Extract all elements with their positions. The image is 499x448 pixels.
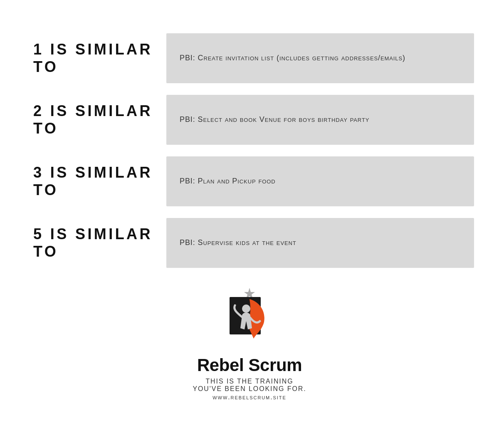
similar-label-1: IS SIMILAR TO — [33, 41, 153, 75]
similarity-row-3: 3 IS SIMILAR TO PBI: Plan and Pickup foo… — [25, 156, 474, 206]
card-text-5: PBI: Supervise kids at the event — [180, 238, 296, 248]
number-5: 5 — [33, 225, 44, 243]
number-2: 2 — [33, 102, 44, 119]
card-text-3: PBI: Plan and Pickup food — [180, 176, 276, 186]
main-container: 1 IS SIMILAR TO PBI: Create invitation l… — [0, 0, 499, 434]
tagline-line1: This is the training — [205, 378, 293, 385]
website: www.rebelscrum.site — [212, 394, 286, 401]
tagline: This is the training you've been looking… — [193, 378, 306, 393]
svg-point-2 — [242, 304, 250, 313]
similar-label-5: IS SIMILAR TO — [33, 225, 153, 260]
similarity-row-1: 1 IS SIMILAR TO PBI: Create invitation l… — [25, 33, 474, 83]
tagline-line2: you've been looking for. — [193, 385, 306, 392]
logo-section: Rebel Scrum This is the training you've … — [25, 285, 474, 418]
card-text-1: PBI: Create invitation list (includes ge… — [180, 53, 405, 63]
number-3: 3 — [33, 164, 44, 181]
brand-name: Rebel Scrum — [197, 355, 302, 375]
label-1: 1 IS SIMILAR TO — [25, 41, 166, 76]
number-1: 1 — [33, 41, 44, 58]
card-text-2: PBI: Select and book Venue for boys birt… — [180, 114, 369, 125]
label-3: 3 IS SIMILAR TO — [25, 164, 166, 199]
brand-name-scrum: Scrum — [244, 355, 302, 375]
label-2: 2 IS SIMILAR TO — [25, 102, 166, 137]
card-2: PBI: Select and book Venue for boys birt… — [166, 95, 474, 145]
label-5: 5 IS SIMILAR TO — [25, 225, 166, 260]
brand-name-rebel: Rebel — [197, 355, 244, 375]
similarity-row-2: 2 IS SIMILAR TO PBI: Select and book Ven… — [25, 95, 474, 145]
card-1: PBI: Create invitation list (includes ge… — [166, 33, 474, 83]
card-3: PBI: Plan and Pickup food — [166, 156, 474, 206]
card-5: PBI: Supervise kids at the event — [166, 218, 474, 268]
rebel-scrum-logo-graphic — [212, 285, 287, 359]
similarity-row-5: 5 IS SIMILAR TO PBI: Supervise kids at t… — [25, 218, 474, 268]
similar-label-2: IS SIMILAR TO — [33, 102, 153, 137]
similar-label-3: IS SIMILAR TO — [33, 164, 153, 198]
